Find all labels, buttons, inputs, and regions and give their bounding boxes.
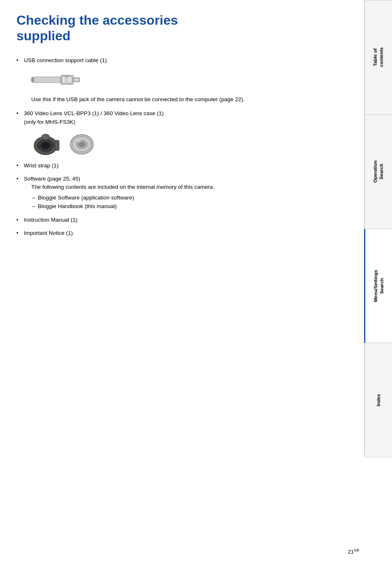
svg-point-21	[77, 139, 81, 142]
sidebar-tab-table-of-contents[interactable]: Table ofcontents	[364, 0, 392, 115]
list-item-software: Software (page 25, 45) The following con…	[16, 175, 351, 211]
svg-rect-8	[31, 78, 34, 82]
sidebar-spacer	[364, 457, 392, 563]
sidebar-tab-operation-search[interactable]: OperationSearch	[364, 115, 392, 229]
sub-list-item-bloggie-software: Bloggie Software (application software)	[32, 193, 351, 202]
wrist-strap-label: Wrist strap (1)	[24, 162, 59, 169]
sidebar-tab-menu-label: Menu/SettingsSearch	[373, 270, 385, 302]
usb-cable-image	[31, 70, 81, 92]
svg-point-14	[43, 144, 48, 148]
sub-list-item-bloggie-handbook: Bloggie Handbook (this manual)	[32, 202, 351, 211]
sidebar-tab-toc-label: Table ofcontents	[372, 47, 385, 67]
page-num-suffix: GB	[354, 548, 359, 552]
video-lens-sublabel: (only for MHS-FS3K)	[24, 119, 75, 125]
svg-rect-0	[32, 77, 61, 83]
svg-rect-2	[62, 77, 71, 83]
title-line1: Checking the accessories	[16, 13, 178, 28]
sidebar-tab-menu-settings-search[interactable]: Menu/SettingsSearch	[364, 229, 392, 343]
lens-image-2	[68, 131, 95, 156]
usb-cable-label: USB connection support cable (1)	[24, 57, 107, 63]
page-num-value: 21	[348, 549, 354, 555]
sidebar-tab-index-label: Index	[376, 394, 382, 406]
list-item-usb: USB connection support cable (1)	[16, 56, 351, 104]
page-title: Checking the accessories supplied	[16, 12, 351, 44]
list-item-important-notice: Important Notice (1)	[16, 229, 351, 237]
important-notice-label: Important Notice (1)	[24, 230, 73, 236]
usb-cable-description: Use this if the USB jack of the camera c…	[31, 95, 351, 104]
sidebar-tab-index[interactable]: Index	[364, 343, 392, 457]
svg-point-15	[42, 134, 50, 140]
title-line2: supplied	[16, 28, 71, 43]
right-sidebar: Table ofcontents OperationSearch Menu/Se…	[364, 0, 392, 563]
video-lens-label: 360 Video Lens VCL-BPP3 (1) / 360 Video …	[24, 110, 164, 116]
lens-image-1	[31, 131, 60, 156]
sidebar-tab-operation-label: OperationSearch	[372, 160, 385, 183]
instruction-manual-label: Instruction Manual (1)	[24, 217, 78, 223]
svg-rect-10	[74, 79, 78, 81]
main-content: Checking the accessories supplied USB co…	[16, 12, 351, 547]
accessories-list: USB connection support cable (1)	[16, 56, 351, 237]
list-item-wrist-strap: Wrist strap (1)	[16, 162, 351, 170]
list-item-video-lens: 360 Video Lens VCL-BPP3 (1) / 360 Video …	[16, 109, 351, 156]
page-number: 21GB	[348, 548, 359, 555]
list-item-instruction-manual: Instruction Manual (1)	[16, 216, 351, 224]
svg-point-20	[79, 142, 85, 146]
svg-rect-16	[55, 140, 59, 151]
software-label: Software (page 25, 45)	[24, 176, 80, 182]
software-sub-list: Bloggie Software (application software) …	[24, 193, 351, 211]
software-following-text: The following contents are included on t…	[24, 183, 351, 191]
lens-images	[31, 131, 351, 156]
